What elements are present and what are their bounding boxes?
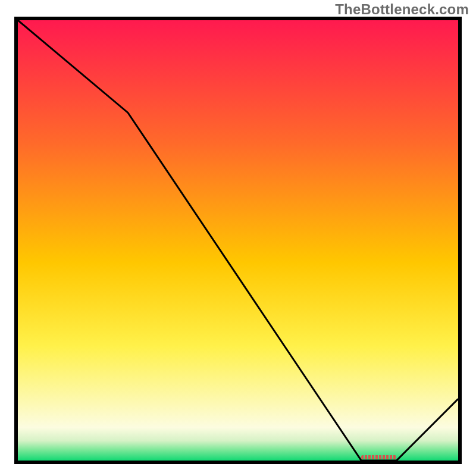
bottleneck-curve: [18, 20, 458, 461]
plot-area: [14, 17, 462, 464]
chart-frame: TheBottleneck.com: [0, 0, 476, 476]
watermark-text: TheBottleneck.com: [335, 1, 469, 18]
